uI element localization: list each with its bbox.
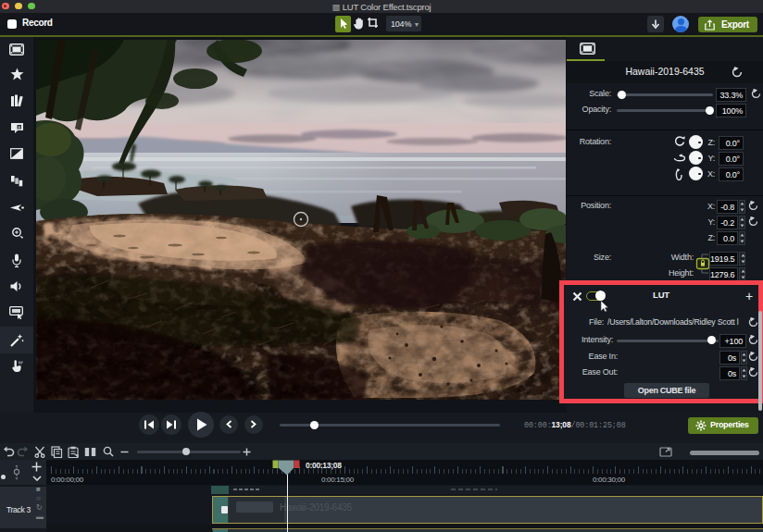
svg-text:a: a [18,124,20,130]
